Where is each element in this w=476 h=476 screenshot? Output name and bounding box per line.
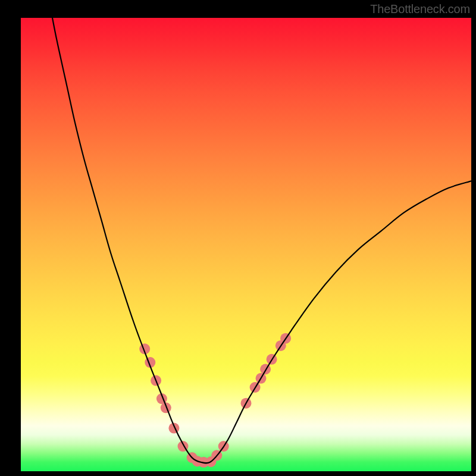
watermark-text: TheBottleneck.com: [370, 2, 470, 16]
bottleneck-curve: [52, 18, 471, 463]
bottom-border: [0, 471, 476, 476]
chart-frame: TheBottleneck.com: [0, 0, 476, 476]
data-markers: [139, 333, 291, 468]
plot-area: [21, 18, 471, 471]
chart-svg: [21, 18, 471, 471]
